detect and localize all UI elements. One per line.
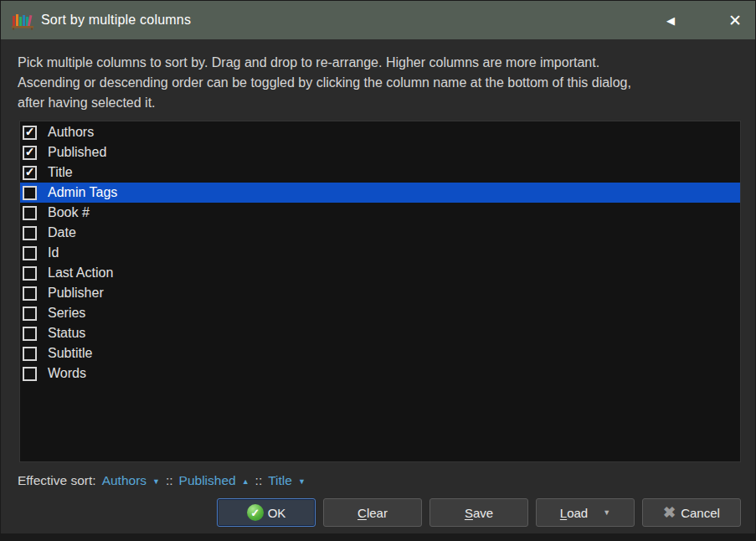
clear-button[interactable]: Clear [323,498,422,527]
ok-button-label: OK [268,506,286,520]
sort-separator: :: [255,473,263,488]
sort-descending-icon[interactable]: ▼ [152,478,160,486]
column-checkbox[interactable] [23,347,37,361]
cancel-button-label: Cancel [681,506,720,520]
column-label: Publisher [48,286,104,301]
column-checkbox[interactable]: ✓ [23,146,37,160]
effective-sort-label: Effective sort: [18,473,96,488]
column-checkbox[interactable] [23,307,37,321]
column-label: Subtitle [48,346,92,361]
sort-separator: :: [166,473,173,488]
column-label: Status [48,326,85,341]
checkmark-icon: ✓ [25,146,35,157]
column-row[interactable]: Date [20,223,740,243]
sort-column-link-title[interactable]: Title [268,473,292,488]
ok-check-icon: ✓ [247,504,264,521]
column-row[interactable]: Publisher [20,283,740,303]
column-checkbox[interactable] [23,246,37,260]
sort-descending-icon[interactable]: ▼ [298,478,306,486]
close-icon[interactable]: ✕ [728,13,742,28]
column-row[interactable]: ✓ Published [20,142,740,162]
checkmark-icon: ✓ [25,126,35,137]
sort-column-link-authors[interactable]: Authors [102,473,147,488]
column-label: Last Action [48,265,113,281]
column-checkbox[interactable] [23,206,37,220]
column-row[interactable]: Admin Tags [20,183,740,203]
titlebar: Sort by multiple columns ◀ ✕ [1,1,755,39]
column-checkbox[interactable]: ✓ [23,166,37,180]
column-checkbox[interactable] [23,286,37,301]
column-row[interactable]: Book # [20,203,740,223]
column-label: Words [48,366,86,381]
save-button-label: Save [465,506,493,520]
sort-dialog-window: Sort by multiple columns ◀ ✕ Pick multip… [0,0,756,541]
column-row[interactable]: Series [20,303,740,323]
checkmark-icon: ✓ [25,166,35,178]
cancel-x-icon: ✖ [663,505,676,520]
column-label: Date [48,225,76,240]
collapse-arrow-icon[interactable]: ◀ [666,15,675,26]
column-checkbox[interactable]: ✓ [23,126,37,140]
ok-button[interactable]: ✓OK [217,498,316,527]
calibre-library-icon [11,10,34,30]
column-label: Id [48,245,59,260]
column-checkbox[interactable] [23,186,37,200]
window-title: Sort by multiple columns [41,13,191,28]
column-label: Series [48,306,85,321]
column-row[interactable]: Id [20,243,740,263]
sort-ascending-icon[interactable]: ▲ [242,478,249,486]
column-row[interactable]: Status [20,323,740,343]
column-checkbox[interactable] [23,226,37,240]
window-bottom-edge [1,533,755,540]
column-row[interactable]: ✓ Authors [20,122,740,142]
column-checkbox[interactable] [23,266,37,281]
column-row[interactable]: Words [20,363,740,384]
column-label: Published [48,145,106,160]
column-row[interactable]: Subtitle [20,343,740,363]
column-row[interactable]: ✓ Title [20,162,740,183]
save-button[interactable]: Save [429,498,528,527]
column-label: Book # [48,205,90,220]
column-row[interactable]: Last Action [20,263,740,283]
column-label: Authors [48,125,94,140]
load-button[interactable]: Load▼ [536,498,635,527]
cancel-button[interactable]: ✖Cancel [642,498,741,527]
dialog-instructions: Pick multiple columns to sort by. Drag a… [18,53,743,113]
sort-column-link-published[interactable]: Published [179,473,236,488]
load-dropdown-icon[interactable]: ▼ [603,509,610,517]
column-label: Title [48,165,73,180]
column-label: Admin Tags [48,185,117,200]
effective-sort-bar: Effective sort: Authors▼::Published▲::Ti… [18,472,306,489]
column-checkbox[interactable] [23,367,37,381]
clear-button-label: Clear [357,506,388,520]
dialog-button-row: ✓OKClearSaveLoad▼✖Cancel [217,498,741,527]
column-checkbox[interactable] [23,327,37,341]
load-button-label: Load [560,506,588,520]
columns-listbox[interactable]: ✓ Authors ✓ Published ✓ Title Admin Tags… [19,121,741,462]
